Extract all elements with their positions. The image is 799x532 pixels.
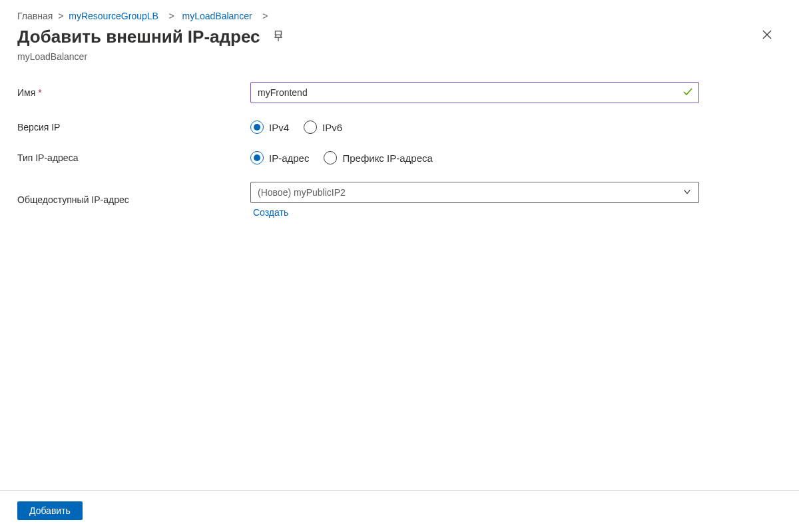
- ip-version-label: Версия IP: [17, 122, 250, 133]
- name-input[interactable]: [251, 83, 682, 102]
- chevron-down-icon: [682, 187, 692, 198]
- radio-ip-prefix[interactable]: Префикс IP-адреса: [324, 151, 432, 164]
- public-ip-value: (Новое) myPublicIP2: [258, 187, 346, 198]
- ip-type-label: Тип IP-адреса: [17, 152, 250, 163]
- name-label: Имя*: [17, 87, 250, 98]
- check-icon: [682, 87, 693, 99]
- breadcrumb-group[interactable]: myResourceGroupLB: [69, 11, 158, 21]
- radio-ip-address[interactable]: IP-адрес: [250, 151, 309, 164]
- row-ip-version: Версия IP IPv4 IPv6: [17, 121, 782, 134]
- add-button[interactable]: Добавить: [17, 501, 83, 520]
- breadcrumb-sep: >: [257, 11, 268, 21]
- create-link[interactable]: Создать: [250, 207, 288, 218]
- radio-ipv4-label: IPv4: [269, 122, 289, 133]
- svg-rect-0: [275, 31, 281, 35]
- breadcrumb: Главная > myResourceGroupLB > myLoadBala…: [0, 0, 799, 27]
- public-ip-select[interactable]: (Новое) myPublicIP2: [250, 182, 699, 203]
- close-icon[interactable]: [762, 29, 772, 42]
- required-asterisk: *: [38, 87, 41, 98]
- row-name: Имя*: [17, 82, 782, 103]
- form: Имя* Версия IP IPv4: [0, 82, 799, 218]
- radio-ipv6-label: IPv6: [322, 122, 342, 133]
- radio-ip-prefix-label: Префикс IP-адреса: [342, 152, 432, 164]
- page-subtitle: myLoadBalancer: [0, 51, 799, 82]
- footer: Добавить: [0, 490, 799, 520]
- page-header: Добавить внешний IP-адрес: [0, 27, 799, 51]
- breadcrumb-resource[interactable]: myLoadBalancer: [182, 11, 252, 21]
- page-title: Добавить внешний IP-адрес: [17, 27, 260, 47]
- public-ip-label: Общедоступный IP-адрес: [17, 194, 250, 205]
- row-ip-type: Тип IP-адреса IP-адрес Префикс IP-адреса: [17, 151, 782, 164]
- breadcrumb-sep: >: [164, 11, 177, 21]
- radio-ipv6[interactable]: IPv6: [304, 121, 342, 134]
- pin-icon[interactable]: [272, 30, 284, 44]
- row-public-ip: Общедоступный IP-адрес (Новое) myPublicI…: [17, 182, 782, 218]
- radio-ip-address-label: IP-адрес: [269, 152, 309, 164]
- breadcrumb-home[interactable]: Главная: [17, 11, 53, 21]
- ip-type-group: IP-адрес Префикс IP-адреса: [250, 151, 699, 164]
- breadcrumb-sep: >: [58, 11, 63, 21]
- name-input-wrap[interactable]: [250, 82, 699, 103]
- ip-version-group: IPv4 IPv6: [250, 121, 699, 134]
- radio-ipv4[interactable]: IPv4: [250, 121, 289, 134]
